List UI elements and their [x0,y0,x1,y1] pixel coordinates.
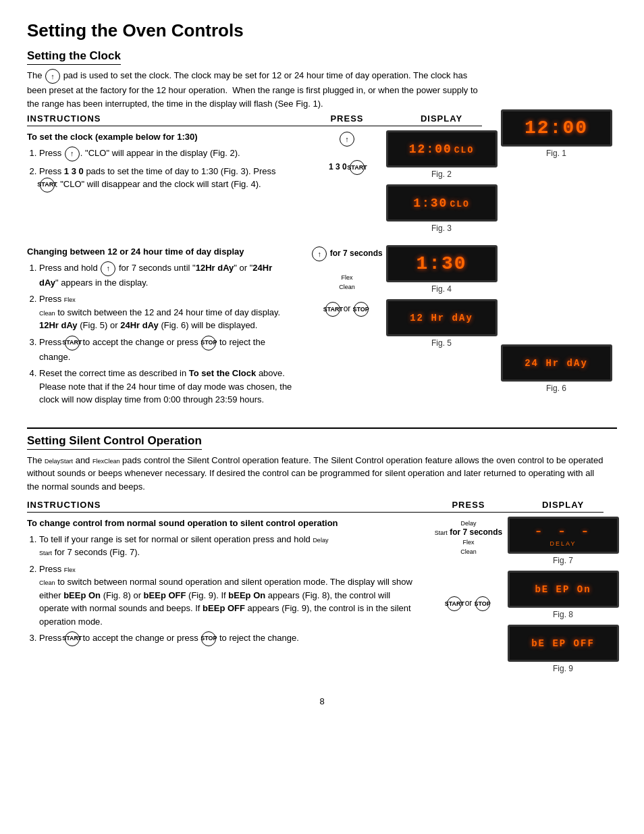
page-container: Setting the Oven Controls Setting the Cl… [27,20,617,706]
stop-btn-1: STOP [201,336,216,350]
fig9-label: Fig. 9 [553,664,573,673]
fig7-display: - - - [534,523,592,540]
fig2-display: 12:00CLO [409,142,474,156]
fig9-display: bE EP OFF [531,638,595,649]
fig8-display: bE EP On [535,584,591,595]
fig5-label: Fig. 5 [431,338,452,348]
silent-intro: The DelayStart and FlexClean pads contro… [27,454,603,494]
fig7-label: Fig. 7 [553,556,573,565]
fig7-block: - - - DELAY Fig. 7 [508,517,619,565]
fig7-screen: - - - DELAY [508,517,619,554]
fig4-display: 1:30 [416,253,466,274]
set-clock-heading: To set the clock (example below for 1:30… [27,130,293,144]
col-press-label: PRESS [293,113,401,124]
fig4-label: Fig. 4 [431,284,452,294]
fig4-screen: 1:30 [386,245,498,282]
page-number: 8 [27,696,617,706]
section-divider [27,427,617,429]
fig1-display: 12:00 [525,118,588,138]
fig6-label: Fig. 6 [546,384,566,393]
silent-step-3: Press START to accept the change or pres… [39,631,414,646]
fig7-sub: DELAY [550,540,576,547]
hold-up-icon: ↑ [312,246,327,261]
silent-step-1: To tell if your range is set for normal … [39,533,414,559]
change-step-1: Press and hold ↑ for 7 seconds until "12… [39,261,293,290]
fig5-display: 12 Hr dAy [410,313,473,323]
silent-press-col: DelayStart for 7 seconds FlexClean START… [414,517,522,611]
change-step-2: Press FlexClean to switch between the 12… [39,292,293,332]
silent-col-display: DISPLAY [522,500,603,510]
silent-section: Setting Silent Control Operation The Del… [27,427,617,683]
fig5-screen: 12 Hr dAy [386,299,498,336]
press-col-2: ↑ for 7 seconds FlexClean START or STOP [293,245,401,317]
fig3-label: Fig. 3 [431,224,452,233]
silent-instr-body: To change control from normal sound oper… [27,517,414,650]
fig2-label: Fig. 2 [431,170,452,179]
fig1-label: Fig. 1 [546,149,566,158]
silent-instr-row: To change control from normal sound oper… [27,517,603,679]
clock-intro: The ↑ pad is used to set the clock. The … [27,69,482,110]
stop-icon-1: STOP [354,302,369,317]
start-icon-2: START [325,302,340,317]
instr-header-clock: INSTRUCTIONS PRESS DISPLAY [27,113,482,126]
clock-step-1: Press ↑. "CLO" will appear in the displa… [39,147,293,161]
start-btn-3: START [65,631,80,646]
change-24hr-body: Changing between 12 or 24 hour time of d… [27,245,293,410]
hold-btn: ↑ [101,261,115,276]
press-start-icon: START [350,160,365,175]
col-display-label: DISPLAY [401,113,482,124]
figures-col-clock: 12:00 Fig. 1 24 Hr dAy Fig. 6 [495,69,617,414]
fig3-block: 1:30CLO Fig. 3 [386,184,498,233]
fig8-screen: bE EP On [508,571,619,608]
fig9-screen: bE EP OFF [508,625,619,662]
clock-up-btn: ↑ [65,147,80,161]
silent-heading: Setting Silent Control Operation [27,434,202,450]
silent-display-col: - - - DELAY Fig. 7 bE EP On Fig. 8 [522,517,603,679]
fig8-label: Fig. 8 [553,610,573,619]
silent-step-2: Press FlexClean to switch between normal… [39,563,414,629]
clock-main: The ↑ pad is used to set the clock. The … [27,69,495,414]
fig2-block: 12:00CLO Fig. 2 [386,130,498,179]
set-clock-body: To set the clock (example below for 1:30… [27,130,293,196]
display-col-2: 1:30 Fig. 4 12 Hr dAy Fig. 5 [401,245,482,353]
silent-main: The DelayStart and FlexClean pads contro… [27,454,617,683]
start-icon-3: START [447,596,462,611]
fig1-screen: 12:00 [501,109,612,147]
start-btn-2: START [65,336,80,350]
silent-col-press: PRESS [414,500,522,510]
press-up-icon: ↑ [340,132,354,147]
change-24hr-row: Changing between 12 or 24 hour time of d… [27,245,482,410]
fig4-block: 1:30 Fig. 4 [386,245,498,294]
page-title: Setting the Oven Controls [27,20,617,41]
display-col-1: 12:00CLO Fig. 2 1:30CLO Fig. 3 [401,130,482,238]
clock-section: Setting the Clock The ↑ pad is used to s… [27,49,617,414]
instr-header-silent: INSTRUCTIONS PRESS DISPLAY [27,500,603,513]
silent-col-instructions: INSTRUCTIONS [27,500,414,510]
fig6-block: 24 Hr dAy Fig. 6 [501,344,612,393]
fig2-screen: 12:00CLO [386,130,498,167]
set-clock-row: To set the clock (example below for 1:30… [27,130,482,238]
fig6-display: 24 Hr dAy [525,358,588,369]
press-col-1: ↑ 1 3 0 START [293,130,401,175]
change-step-3: Press START to accept the change or pres… [39,336,293,364]
press-130: 1 3 0 START [293,160,401,175]
fig1-block: 12:00 Fig. 1 [501,109,612,158]
start-btn-1: START [40,178,55,192]
change-step-4: Reset the correct time as described in T… [39,367,293,407]
col-instructions-label: INSTRUCTIONS [27,113,293,124]
silent-change-heading: To change control from normal sound oper… [27,517,414,530]
stop-btn-2: STOP [201,631,216,646]
clock-step-2: Press 1 3 0 pads to set the time of day … [39,165,293,193]
clock-heading: Setting the Clock [27,49,121,65]
clock-button-icon: ↑ [45,69,60,84]
fig3-screen: 1:30CLO [386,184,498,221]
stop-icon-2: STOP [475,596,490,611]
change-heading: Changing between 12 or 24 hour time of d… [27,245,293,259]
fig5-block: 12 Hr dAy Fig. 5 [386,299,498,348]
fig8-block: bE EP On Fig. 8 [508,571,619,619]
fig3-display: 1:30CLO [413,197,470,210]
fig9-block: bE EP OFF Fig. 9 [508,625,619,673]
fig6-screen: 24 Hr dAy [501,344,612,382]
